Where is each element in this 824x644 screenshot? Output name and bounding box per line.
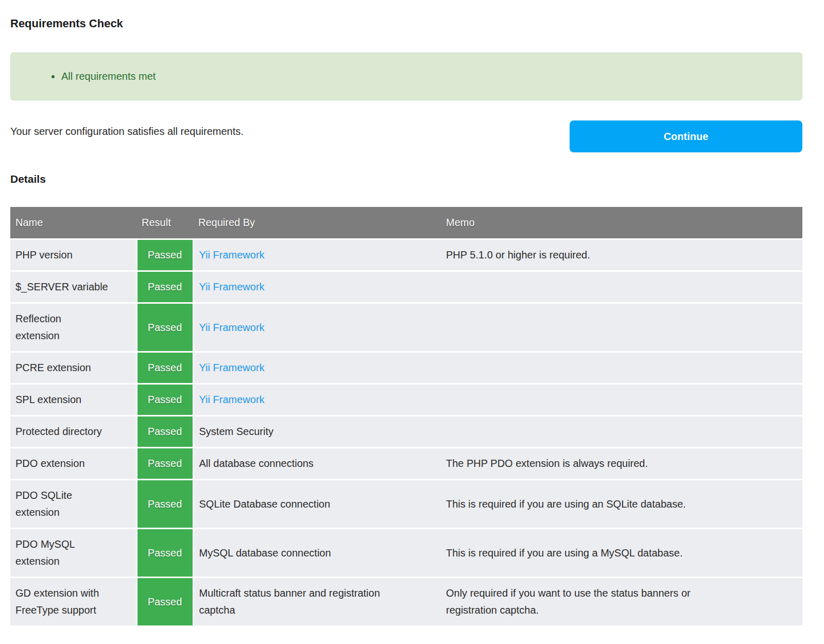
page-title: Requirements Check — [10, 17, 802, 30]
requirement-name: PHP version — [15, 249, 73, 260]
continue-button[interactable]: Continue — [570, 120, 802, 152]
memo-cell: PHP 5.1.0 or higher is required. — [441, 239, 802, 271]
requirement-name: $_SERVER variable — [15, 281, 108, 292]
result-badge: Passed — [136, 416, 193, 448]
requirement-name-cell: PHP version — [10, 239, 136, 271]
required-by-text: SQLite Database connection — [199, 498, 331, 510]
requirements-table-body: PHP versionPassedYii FrameworkPHP 5.1.0 … — [10, 239, 802, 626]
requirements-table: Name Result Required By Memo PHP version… — [10, 207, 802, 627]
requirement-name-cell: PCRE extension — [10, 352, 136, 384]
requirement-name-cell: PDO extension — [10, 448, 136, 480]
required-by-cell: Multicraft status banner and registratio… — [193, 578, 441, 626]
table-row: GD extension with FreeType supportPassed… — [10, 578, 802, 626]
table-header: Name Result Required By Memo — [10, 207, 802, 239]
memo-cell — [441, 303, 802, 352]
requirement-name-cell: PDO MySQL extension — [10, 529, 136, 578]
memo-cell — [441, 352, 802, 384]
requirement-name: PDO MySQL extension — [15, 536, 101, 570]
table-row: $_SERVER variablePassedYii Framework — [10, 271, 802, 303]
requirements-page: Requirements Check All requirements met … — [10, 0, 802, 627]
table-row: PCRE extensionPassedYii Framework — [10, 352, 802, 384]
table-row: SPL extensionPassedYii Framework — [10, 384, 802, 416]
alert-list: All requirements met — [21, 68, 792, 85]
table-row: PHP versionPassedYii FrameworkPHP 5.1.0 … — [10, 239, 802, 271]
required-by-cell: Yii Framework — [193, 239, 441, 271]
details-title: Details — [10, 172, 802, 185]
column-header-required-by: Required By — [193, 207, 441, 239]
column-header-name: Name — [10, 207, 136, 239]
requirement-name-cell: $_SERVER variable — [10, 271, 136, 303]
requirement-name: PCRE extension — [15, 362, 91, 373]
memo-cell — [441, 384, 802, 416]
requirement-name: Protected directory — [15, 426, 102, 437]
table-row: Protected directoryPassedSystem Security — [10, 416, 802, 448]
required-by-text: All database connections — [199, 458, 314, 469]
memo-text: This is required if you are using an SQL… — [446, 498, 686, 510]
table-row: Reflection extensionPassedYii Framework — [10, 303, 802, 352]
requirement-name-cell: GD extension with FreeType support — [10, 578, 136, 626]
required-by-cell: SQLite Database connection — [193, 480, 441, 529]
memo-cell: This is required if you are using an SQL… — [441, 480, 802, 529]
memo-cell: Only required if you want to use the sta… — [441, 578, 802, 626]
required-by-cell: Yii Framework — [193, 303, 441, 352]
column-header-memo: Memo — [441, 207, 802, 239]
required-by-cell: Yii Framework — [193, 352, 441, 384]
alert-item: All requirements met — [61, 68, 792, 85]
table-row: PDO extensionPassedAll database connecti… — [10, 448, 802, 480]
required-by-cell: All database connections — [193, 448, 441, 480]
success-alert: All requirements met — [10, 53, 802, 100]
table-header-row: Name Result Required By Memo — [10, 207, 802, 239]
summary-text: Your server configuration satisfies all … — [10, 124, 244, 138]
result-badge: Passed — [136, 239, 193, 271]
result-badge: Passed — [136, 448, 193, 480]
requirement-name-cell: Protected directory — [10, 416, 136, 448]
memo-text: This is required if you are using a MySQ… — [446, 547, 683, 559]
memo-cell — [441, 271, 802, 303]
result-badge: Passed — [136, 529, 193, 578]
memo-text: PHP 5.1.0 or higher is required. — [446, 249, 590, 260]
memo-cell: This is required if you are using a MySQ… — [441, 529, 802, 578]
required-by-link[interactable]: Yii Framework — [199, 322, 265, 333]
result-badge: Passed — [136, 384, 193, 416]
required-by-text: Multicraft status banner and registratio… — [199, 585, 405, 619]
memo-cell — [441, 416, 802, 448]
result-badge: Passed — [136, 303, 193, 352]
required-by-cell: System Security — [193, 416, 441, 448]
required-by-link[interactable]: Yii Framework — [199, 281, 265, 292]
memo-text: Only required if you want to use the sta… — [446, 585, 714, 619]
required-by-text: MySQL database connection — [199, 547, 331, 559]
table-row: PDO SQLite extensionPassedSQLite Databas… — [10, 480, 802, 529]
requirement-name-cell: PDO SQLite extension — [10, 480, 136, 529]
column-header-result: Result — [136, 207, 193, 239]
requirement-name: PDO SQLite extension — [15, 487, 101, 521]
required-by-cell: Yii Framework — [193, 384, 441, 416]
memo-text: The PHP PDO extension is always required… — [446, 458, 648, 469]
requirement-name: Reflection extension — [15, 310, 101, 344]
memo-cell: The PHP PDO extension is always required… — [441, 448, 802, 480]
required-by-text: System Security — [199, 426, 273, 437]
required-by-cell: Yii Framework — [193, 271, 441, 303]
requirement-name: PDO extension — [15, 458, 85, 469]
table-row: PDO MySQL extensionPassedMySQL database … — [10, 529, 802, 578]
requirement-name-cell: Reflection extension — [10, 303, 136, 352]
required-by-cell: MySQL database connection — [193, 529, 441, 578]
required-by-link[interactable]: Yii Framework — [199, 394, 265, 405]
required-by-link[interactable]: Yii Framework — [199, 249, 265, 260]
result-badge: Passed — [136, 271, 193, 303]
requirement-name: GD extension with FreeType support — [15, 585, 101, 619]
action-row: Your server configuration satisfies all … — [10, 120, 802, 152]
required-by-link[interactable]: Yii Framework — [199, 362, 265, 373]
result-badge: Passed — [136, 480, 193, 529]
requirement-name: SPL extension — [15, 394, 81, 405]
result-badge: Passed — [136, 352, 193, 384]
requirement-name-cell: SPL extension — [10, 384, 136, 416]
result-badge: Passed — [136, 578, 193, 626]
